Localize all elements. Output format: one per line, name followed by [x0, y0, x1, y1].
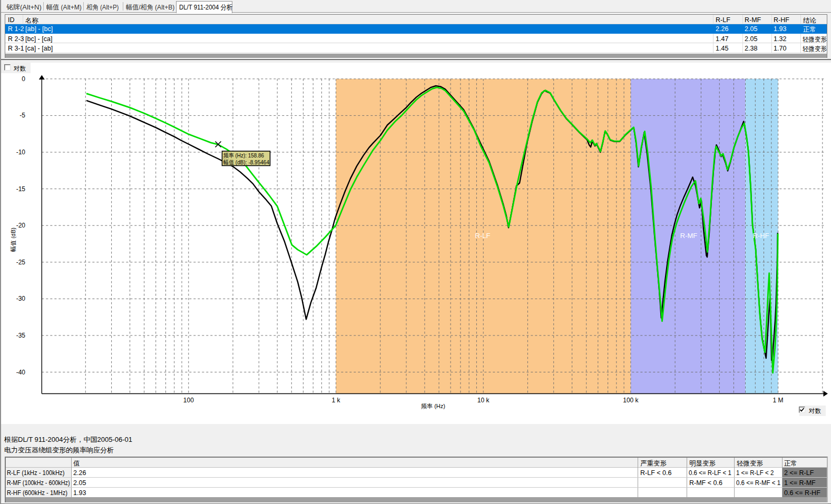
svg-text:-15: -15 [16, 185, 26, 193]
svg-text:10 k: 10 k [477, 397, 490, 404]
svg-text:1 k: 1 k [331, 397, 340, 404]
svg-text:1 M: 1 M [773, 397, 784, 404]
svg-text:0: 0 [22, 75, 25, 83]
svg-text:-30: -30 [16, 295, 26, 302]
svg-text:幅值 (dB): -8.95464: 幅值 (dB): -8.95464 [223, 159, 269, 165]
svg-text:-35: -35 [16, 332, 26, 339]
svg-text:R-HF: R-HF [752, 232, 769, 240]
svg-text:-25: -25 [16, 259, 26, 266]
svg-text:幅值 (dB): 幅值 (dB) [10, 228, 16, 252]
svg-text:-40: -40 [16, 369, 26, 376]
svg-text:-10: -10 [16, 149, 26, 156]
svg-text:100: 100 [183, 397, 194, 404]
svg-text:100 k: 100 k [623, 397, 639, 404]
svg-text:R-LF: R-LF [475, 232, 491, 240]
svg-text:-20: -20 [16, 222, 26, 229]
svg-text:频率 (Hz): 频率 (Hz) [421, 403, 445, 409]
svg-text:频率 (Hz): 158.86: 频率 (Hz): 158.86 [223, 152, 264, 159]
svg-text:-5: -5 [19, 112, 25, 119]
svg-text:R-MF: R-MF [680, 232, 698, 240]
